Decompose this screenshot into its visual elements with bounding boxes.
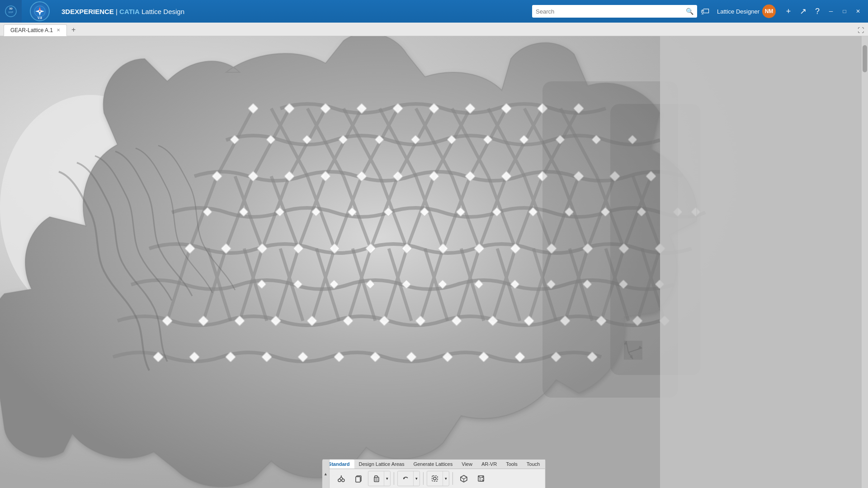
svg-line-218 — [461, 477, 464, 479]
viewport[interactable] — [0, 36, 868, 488]
catia-label: CATIA — [119, 8, 140, 15]
svg-point-203 — [338, 479, 341, 482]
close-button[interactable]: ✕ — [852, 5, 864, 18]
paste-dropdown-button[interactable]: ▼ — [384, 471, 390, 486]
toolbar-separator-1 — [394, 472, 394, 485]
gear-background — [0, 36, 868, 488]
search-icon-button[interactable]: 🔍 — [686, 8, 693, 15]
paste-button-group: ▼ — [368, 471, 391, 486]
app-logo: 3D EXP — [0, 0, 22, 23]
app-title: 3DEXPERIENCE | CATIA Lattice Design — [61, 8, 184, 15]
svg-point-204 — [342, 479, 344, 482]
separator: | — [114, 8, 119, 15]
minimize-button[interactable]: ─ — [825, 5, 837, 18]
toolbar-collapse-button[interactable]: ▲ — [322, 460, 330, 488]
scroll-thumb[interactable] — [863, 45, 867, 72]
svg-point-216 — [434, 477, 436, 480]
tab-close-icon[interactable]: ✕ — [57, 28, 60, 33]
tabbar: GEAR-Lattice A.1 ✕ + ⛶ — [0, 23, 868, 36]
search-area: 🔍 🏷 — [532, 5, 717, 18]
add-tab-button[interactable]: + — [69, 24, 78, 36]
app-name-3d: 3DEXPERIENCE — [61, 8, 114, 15]
svg-rect-215 — [432, 476, 438, 481]
toolbar-tab-bar: Standard Design Lattice Areas Generate L… — [323, 460, 545, 469]
compass-widget[interactable] — [30, 1, 50, 21]
select-button-group: ▼ — [427, 471, 449, 486]
undo-button[interactable] — [398, 471, 413, 486]
share-button[interactable]: ↗ — [796, 4, 810, 19]
box2-button[interactable] — [473, 471, 489, 486]
svg-marker-7 — [40, 10, 44, 13]
toolbar-separator-2 — [423, 472, 424, 485]
module-name: Lattice Design — [142, 8, 184, 15]
svg-line-205 — [340, 477, 341, 479]
svg-line-219 — [464, 477, 467, 479]
titlebar: 3D EXP 3DEXPERIENCE | CATIA Lattice Desi… — [0, 0, 868, 23]
svg-text:EXP: EXP — [9, 11, 14, 14]
select-button[interactable] — [427, 471, 443, 486]
svg-line-206 — [341, 477, 343, 479]
svg-marker-6 — [35, 10, 40, 13]
user-avatar[interactable]: NM — [762, 5, 776, 18]
toolbar-content: ▼ ▼ — [330, 469, 492, 488]
window-controls: ─ □ ✕ — [825, 5, 864, 18]
bottom-toolbar: Standard Design Lattice Areas Generate L… — [322, 459, 546, 488]
toolbar-tab-tools[interactable]: Tools — [501, 460, 522, 469]
box1-button[interactable] — [456, 471, 472, 486]
right-scrollbar[interactable] — [862, 36, 868, 488]
toolbar-tab-generate-lattices[interactable]: Generate Lattices — [409, 460, 457, 469]
user-section: Lattice Designer NM — [717, 5, 776, 18]
help-button[interactable]: ? — [810, 4, 825, 19]
maximize-button[interactable]: □ — [838, 5, 851, 18]
search-input[interactable] — [536, 8, 686, 15]
toolbar-separator-3 — [453, 472, 453, 485]
svg-text:3D: 3D — [9, 7, 13, 10]
undo-button-group: ▼ — [397, 471, 420, 486]
cut-button[interactable] — [334, 471, 349, 486]
undo-dropdown-button[interactable]: ▼ — [413, 471, 420, 486]
user-role-label: Lattice Designer — [717, 8, 760, 15]
toolbar-tab-design-lattice[interactable]: Design Lattice Areas — [354, 460, 409, 469]
add-button[interactable]: + — [781, 4, 796, 19]
search-box[interactable]: 🔍 — [532, 5, 697, 18]
paste-button[interactable] — [368, 471, 384, 486]
expand-button[interactable]: ⛶ — [855, 25, 866, 36]
copy-button[interactable] — [351, 471, 366, 486]
compass-area[interactable] — [22, 0, 58, 23]
toolbar-tab-touch[interactable]: Touch — [522, 460, 544, 469]
select-dropdown-button[interactable]: ▼ — [443, 471, 449, 486]
tab-label: GEAR-Lattice A.1 — [10, 27, 53, 33]
svg-rect-209 — [356, 477, 360, 482]
toolbar-tab-view[interactable]: View — [457, 460, 477, 469]
active-tab[interactable]: GEAR-Lattice A.1 ✕ — [4, 24, 67, 36]
tag-icon[interactable]: 🏷 — [701, 6, 710, 17]
svg-rect-211 — [375, 476, 377, 478]
toolbar-tab-ar-vr[interactable]: AR-VR — [477, 460, 501, 469]
